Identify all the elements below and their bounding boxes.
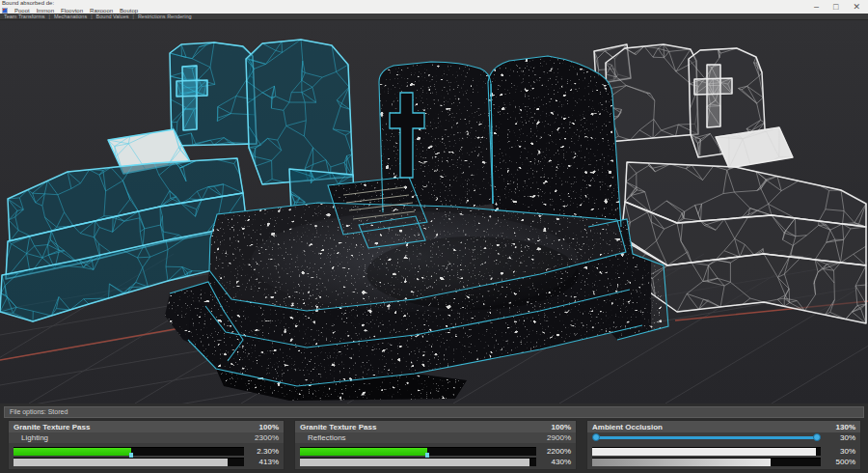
close-button[interactable]: ✕ [853, 0, 860, 14]
subrow-value: 2300% [255, 433, 279, 442]
application-window: Bound absorbed de: Pooot Immon Floovton … [0, 0, 868, 473]
panel-header[interactable]: Granite Texture Pass 100% [295, 421, 576, 432]
bar-value: 500% [821, 458, 855, 466]
menu-bar: Pooot Immon Floovton Raxooon Boutop [0, 7, 868, 14]
bar-value: 413% [244, 458, 279, 466]
slider-track[interactable] [594, 436, 819, 439]
viewport-3d[interactable] [0, 20, 868, 403]
bar-value: 430% [536, 458, 571, 466]
subrow-value: 2900% [547, 433, 571, 442]
bar-value: 2200% [536, 447, 571, 456]
toolbar-separator: | [48, 14, 49, 19]
title-bar: Bound absorbed de: Pooot Immon Floovton … [0, 0, 868, 14]
toolbar-tab-3[interactable]: Bound Values [96, 14, 129, 19]
panel-title-value: 100% [259, 423, 279, 431]
slider-handle-right[interactable] [813, 433, 821, 441]
panel-title: Granite Texture Pass [14, 423, 90, 431]
menu-item-2[interactable]: Immon [37, 8, 54, 14]
ao-range-slider-row: 30% [587, 432, 860, 443]
slider-value: 30% [821, 433, 855, 442]
reflections-slider[interactable] [300, 447, 536, 456]
panel-granite-texture-2: Granite Texture Pass 100% Reflections 29… [294, 420, 577, 470]
ao-bar-1[interactable] [592, 447, 821, 456]
toolbar-separator: | [91, 14, 92, 19]
panel-ambient-occlusion: Ambient Occlusion 130% 30% 30% [586, 420, 861, 470]
subrow-label: Reflections [308, 433, 346, 442]
toolbar-tab-2[interactable]: Mechanations [54, 14, 87, 19]
panel-title-value: 130% [836, 423, 855, 431]
panel-granite-texture-1: Granite Texture Pass 100% Lighting 2300%… [8, 420, 285, 470]
panel-title-value: 100% [552, 423, 571, 431]
ao-bar-2[interactable] [592, 458, 821, 466]
secondary-slider[interactable] [300, 458, 536, 466]
maximize-button[interactable]: □ [833, 0, 838, 14]
panel-subrow: Reflections 2900% [295, 432, 576, 443]
window-title: Bound absorbed de: [0, 0, 868, 7]
lighting-slider[interactable] [14, 447, 244, 456]
panel-header[interactable]: Granite Texture Pass 100% [9, 421, 284, 432]
file-options-strip[interactable]: File options: Stored [4, 406, 864, 418]
toolbar: Team Transforms | Mechanations | Bound V… [0, 14, 868, 20]
menu-item-5[interactable]: Boutop [120, 8, 138, 14]
bar-value: 30% [821, 447, 855, 456]
menu-item-1[interactable]: Pooot [14, 8, 30, 14]
secondary-slider[interactable] [14, 458, 244, 466]
panel-title: Ambient Occlusion [592, 423, 663, 431]
subrow-label: Lighting [21, 433, 48, 442]
menu-item-3[interactable]: Floovton [61, 8, 83, 14]
ao-range-slider[interactable] [592, 432, 821, 443]
window-controls: – □ ✕ [814, 0, 860, 14]
panel-subrow: Lighting 2300% [9, 432, 284, 443]
panel-title: Granite Texture Pass [300, 423, 376, 431]
toolbar-tab-4[interactable]: Restrictions Rendering [138, 14, 192, 19]
parameter-dock: File options: Stored Granite Texture Pas… [0, 403, 868, 473]
slider-handle-left[interactable] [592, 433, 600, 441]
toolbar-tab-1[interactable]: Team Transforms [4, 14, 44, 19]
toolbar-separator: | [132, 14, 133, 19]
bar-value: 2.30% [244, 447, 279, 456]
app-icon [2, 8, 8, 14]
minimize-button[interactable]: – [814, 0, 819, 14]
panel-header[interactable]: Ambient Occlusion 130% [587, 421, 860, 432]
menu-item-4[interactable]: Raxooon [90, 8, 113, 14]
